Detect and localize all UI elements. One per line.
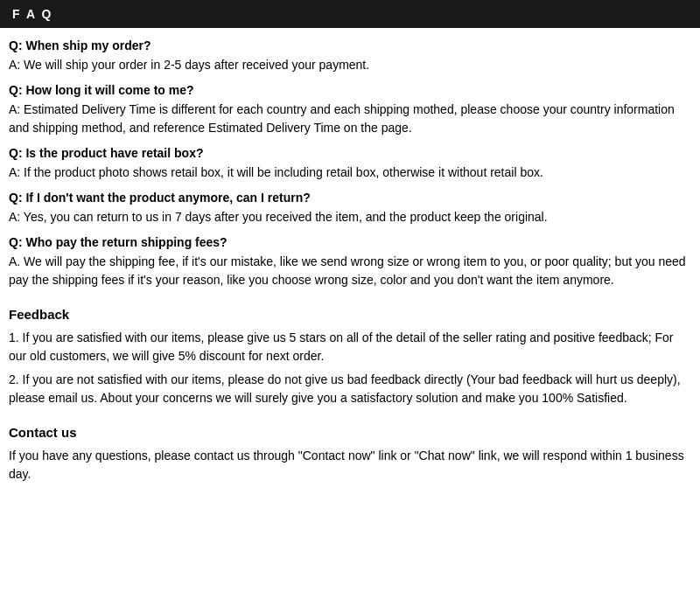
faq-answer-5: A. We will pay the shipping fee, if it's… [9,253,691,289]
contact-text: If you have any questions, please contac… [9,447,691,483]
faq-header: F A Q [0,0,700,28]
contact-section: Contact us If you have any questions, pl… [9,425,691,483]
faq-item-3: Q: Is the product have retail box? A: If… [9,146,691,182]
faq-title: F A Q [12,7,52,21]
faq-item-5: Q: Who pay the return shipping fees? A. … [9,235,691,289]
contact-title: Contact us [9,425,691,440]
faq-answer-4: A: Yes, you can return to us in 7 days a… [9,208,691,226]
faq-item-2: Q: How long it will come to me? A: Estim… [9,83,691,137]
faq-answer-1: A: We will ship your order in 2-5 days a… [9,56,691,74]
faq-question-2: Q: How long it will come to me? [9,83,691,97]
faq-answer-3: A: If the product photo shows retail box… [9,163,691,182]
faq-question-3: Q: Is the product have retail box? [9,146,691,160]
feedback-item-1: 1. If you are satisfied with our items, … [9,329,691,365]
faq-section: Q: When ship my order? A: We will ship y… [9,38,691,289]
faq-answer-2: A: Estimated Delivery Time is different … [9,101,691,137]
feedback-title: Feedback [9,307,691,322]
faq-item-4: Q: If I don't want the product anymore, … [9,191,691,226]
faq-question-5: Q: Who pay the return shipping fees? [9,235,691,249]
faq-item-1: Q: When ship my order? A: We will ship y… [9,38,691,74]
content-area: Q: When ship my order? A: We will ship y… [0,38,700,492]
faq-question-4: Q: If I don't want the product anymore, … [9,191,691,205]
feedback-item-2: 2. If you are not satisfied with our ite… [9,371,691,407]
faq-question-1: Q: When ship my order? [9,38,691,52]
feedback-section: Feedback 1. If you are satisfied with ou… [9,307,691,407]
